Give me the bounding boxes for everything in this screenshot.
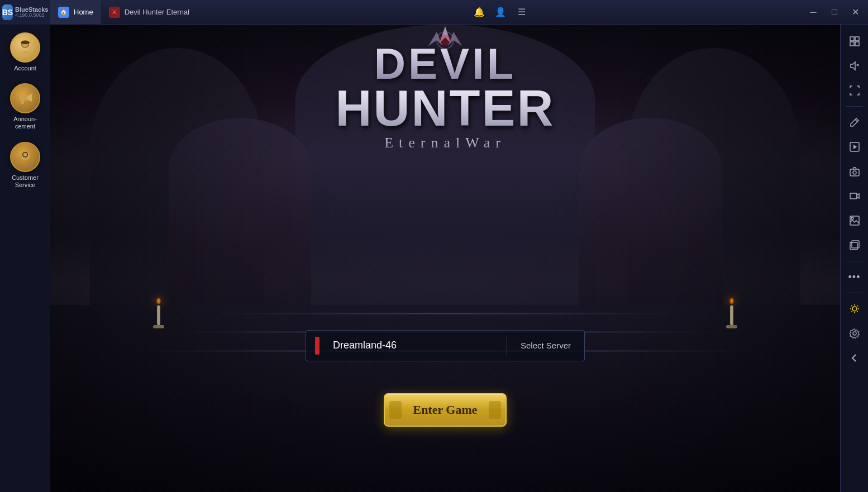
flame-left	[156, 298, 161, 304]
btn-deco-right	[489, 401, 501, 419]
svg-marker-5	[27, 94, 32, 102]
svg-marker-30	[857, 194, 859, 198]
title-action-icons: 🔔 👤 ☰	[464, 4, 537, 21]
edit-button[interactable]	[843, 111, 866, 133]
step-1	[208, 313, 682, 314]
bell-icon[interactable]: 🔔	[471, 4, 488, 21]
svg-point-9	[23, 152, 27, 156]
logo-hunter: HUNTER	[336, 85, 555, 133]
fullscreen-button[interactable]	[843, 79, 866, 102]
logo-sub: EternalWar	[336, 135, 555, 151]
copy-button[interactable]	[843, 234, 866, 256]
flame-right	[729, 298, 734, 304]
left-sidebar: Account Announ-cement Customer Service	[0, 25, 50, 492]
camera-button[interactable]	[843, 160, 866, 183]
minimize-button[interactable]: ─	[803, 0, 823, 25]
svg-rect-18	[855, 37, 859, 41]
enter-game-button[interactable]: Enter Game	[384, 393, 507, 427]
svg-rect-19	[850, 42, 854, 46]
customer-service-label: Customer Service	[6, 174, 44, 189]
svg-rect-3	[22, 41, 28, 43]
sidebar-item-account[interactable]: Account	[4, 29, 46, 75]
svg-marker-21	[851, 62, 855, 70]
svg-rect-33	[852, 241, 859, 248]
more-options-button[interactable]: •••	[843, 266, 866, 288]
svg-rect-20	[855, 42, 859, 46]
customer-service-icon	[10, 142, 40, 172]
logo-devil: DEVIL	[336, 43, 555, 84]
candle-body-left	[157, 305, 160, 325]
bs-version: 4.190.0.5002	[15, 13, 48, 18]
right-divider-3	[846, 293, 863, 293]
theme-button[interactable]	[843, 298, 866, 320]
svg-rect-6	[21, 101, 24, 104]
image-button[interactable]	[843, 209, 866, 232]
sidebar-item-announcement[interactable]: Announ-cement	[4, 80, 46, 133]
account-icon	[10, 32, 40, 63]
sidebar-item-customer[interactable]: Customer Service	[4, 138, 46, 192]
enter-game-label: Enter Game	[413, 403, 477, 417]
svg-line-42	[857, 305, 857, 306]
video-button[interactable]	[843, 185, 866, 207]
tab-home[interactable]: 🏠 Home	[50, 0, 101, 25]
restore-button[interactable]: □	[824, 0, 845, 25]
svg-marker-26	[853, 145, 857, 149]
sound-button[interactable]	[843, 55, 866, 77]
announcement-label: Announ-cement	[6, 116, 44, 130]
svg-line-40	[851, 305, 852, 306]
right-divider-1	[846, 106, 863, 107]
bluestacks-logo: BS BlueStacks 4.190.0.5002	[0, 0, 50, 25]
candle-left	[153, 298, 164, 328]
svg-point-35	[852, 307, 857, 311]
bs-icon: BS	[2, 4, 13, 20]
game-tab-icon: ⚔	[109, 7, 120, 18]
game-logo: DEVIL HUNTER EternalWar	[278, 43, 613, 151]
account-label: Account	[14, 65, 36, 72]
bs-brand: BlueStacks	[15, 6, 48, 13]
game-background: DEVIL HUNTER EternalWar Dreamland-46 Sel…	[50, 25, 840, 492]
svg-rect-17	[850, 37, 854, 41]
btn-deco-left	[389, 401, 402, 419]
tab-game[interactable]: ⚔ Devil Hunter Eternal	[101, 0, 197, 25]
svg-line-24	[855, 120, 857, 122]
svg-rect-29	[850, 193, 857, 199]
server-bar: Dreamland-46 Select Server	[306, 330, 585, 361]
logo-container: DEVIL HUNTER EternalWar	[336, 43, 555, 151]
play-button[interactable]	[843, 136, 866, 158]
right-divider-2	[846, 261, 863, 261]
candle-base-left	[153, 325, 164, 328]
announcement-icon	[10, 83, 40, 113]
candle-right	[726, 298, 737, 328]
svg-point-28	[853, 171, 856, 174]
svg-point-32	[851, 217, 853, 219]
svg-rect-11	[28, 155, 30, 159]
tab-game-label: Devil Hunter Eternal	[125, 8, 189, 16]
account-icon[interactable]: 👤	[492, 4, 509, 21]
expand-button[interactable]	[843, 30, 866, 52]
home-tab-icon: 🏠	[58, 7, 69, 18]
close-button[interactable]: ✕	[846, 0, 866, 25]
select-server-button[interactable]: Select Server	[507, 341, 584, 350]
svg-point-44	[853, 332, 856, 335]
candle-base-right	[726, 325, 737, 328]
server-name-text: Dreamland-46	[328, 340, 507, 351]
titlebar: BS BlueStacks 4.190.0.5002 🏠 Home ⚔ Devi…	[0, 0, 868, 25]
candle-body-right	[730, 305, 733, 325]
menu-icon[interactable]: ☰	[513, 4, 530, 21]
game-area: DEVIL HUNTER EternalWar Dreamland-46 Sel…	[50, 25, 840, 492]
svg-rect-34	[850, 242, 857, 250]
svg-rect-10	[21, 155, 22, 159]
svg-rect-4	[20, 95, 27, 101]
tab-home-label: Home	[74, 8, 93, 16]
server-status-indicator	[315, 337, 319, 355]
svg-line-43	[851, 311, 852, 312]
right-sidebar: •••	[840, 25, 868, 492]
svg-line-41	[857, 311, 857, 312]
settings-button[interactable]	[843, 322, 866, 345]
back-button[interactable]	[843, 347, 866, 369]
svg-rect-27	[850, 169, 859, 176]
window-controls: ─ □ ✕	[803, 0, 868, 25]
